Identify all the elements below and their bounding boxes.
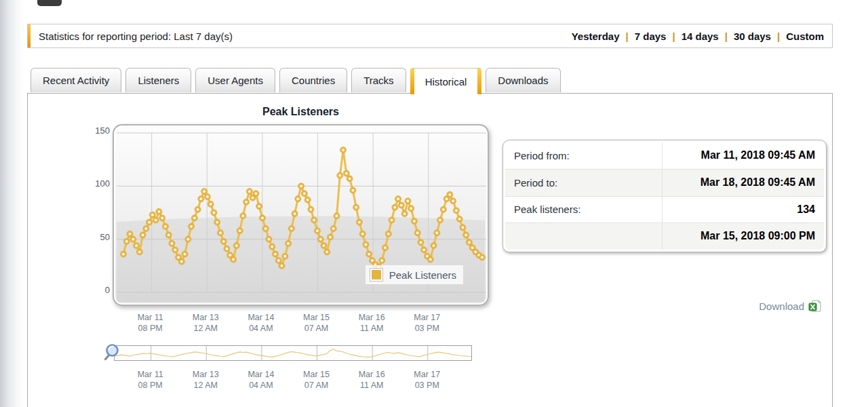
x-axis-tick: Mar 1312 AM	[193, 312, 219, 334]
tab-countries[interactable]: Countries	[279, 68, 347, 92]
x-axis-tick: Mar 1108 PM	[138, 312, 163, 334]
tab-recent-activity[interactable]: Recent Activity	[31, 68, 121, 92]
x-axis-labels: Mar 1108 PMMar 1312 AMMar 1404 AMMar 150…	[119, 312, 484, 335]
summary-row: Mar 15, 2018 09:00 PM	[505, 222, 824, 250]
summary-row-value: Mar 18, 2018 09:45 AM	[663, 170, 824, 196]
summary-row-label: Period from:	[505, 142, 663, 169]
x-axis-tick: Mar 1611 AM	[359, 312, 385, 334]
range-separator: |	[672, 31, 675, 42]
range-link-30-days[interactable]: 30 days	[734, 31, 771, 42]
range-link-yesterday[interactable]: Yesterday	[572, 31, 620, 42]
x-axis-tick: Mar 1611 AM	[359, 369, 385, 391]
summary-row-label	[505, 223, 663, 250]
summary-table-rows: Period from:Mar 11, 2018 09:45 AMPeriod …	[505, 142, 824, 250]
download-link[interactable]: Download	[759, 301, 804, 312]
tab-downloads[interactable]: Downloads	[486, 68, 560, 92]
peak-listeners-chart[interactable]: Peak Listeners	[113, 124, 489, 306]
tab-listeners[interactable]: Listeners	[125, 68, 191, 92]
x-axis-tick: Mar 1507 AM	[303, 369, 330, 391]
range-separator: |	[626, 31, 629, 42]
summary-row-value: Mar 15, 2018 09:00 PM	[663, 223, 824, 250]
tab-historical[interactable]: Historical	[410, 68, 482, 94]
navigator-plot[interactable]	[115, 346, 471, 360]
left-gradient-strip	[0, 0, 24, 407]
range-separator: |	[777, 31, 780, 42]
summary-row-label: Period to:	[505, 170, 663, 196]
summary-row-value: 134	[663, 197, 824, 223]
summary-row: Period to:Mar 18, 2018 09:45 AM	[505, 169, 824, 196]
top-nav-notch	[37, 0, 62, 6]
summary-row-value: Mar 11, 2018 09:45 AM	[663, 142, 824, 169]
x-axis-tick: Mar 1507 AM	[303, 312, 330, 334]
summary-table: Period from:Mar 11, 2018 09:45 AMPeriod …	[502, 140, 827, 252]
summary-row: Period from:Mar 11, 2018 09:45 AM	[505, 142, 824, 169]
summary-row-label: Peak listeners:	[505, 197, 663, 223]
legend-label: Peak Listeners	[389, 269, 456, 281]
tab-tracks[interactable]: Tracks	[351, 68, 406, 92]
summary-row: Peak listeners:134	[505, 196, 824, 223]
range-link-14-days[interactable]: 14 days	[682, 31, 719, 42]
x-axis-tick: Mar 1404 AM	[248, 312, 274, 334]
date-range-links: Yesterday|7 days|14 days|30 days|Custom	[572, 31, 832, 42]
navigator-x-axis-labels: Mar 1108 PMMar 1312 AMMar 1404 AMMar 150…	[119, 369, 484, 392]
x-axis-tick: Mar 1703 PM	[414, 369, 440, 391]
y-axis-tick: 100	[84, 178, 110, 189]
chart-title: Peak Listeners	[113, 106, 489, 118]
reporting-period-title: Statistics for reporting period: Last 7 …	[28, 31, 233, 42]
y-axis-tick: 150	[84, 125, 110, 136]
x-axis-tick: Mar 1404 AM	[248, 369, 274, 391]
statistics-header-bar: Statistics for reporting period: Last 7 …	[27, 24, 833, 48]
range-link-7-days[interactable]: 7 days	[635, 31, 667, 42]
tab-user-agents[interactable]: User Agents	[195, 68, 275, 92]
historical-tab-content: Peak Listeners Peak Listeners 150100500 …	[27, 93, 833, 407]
statistics-tab-bar: Recent ActivityListenersUser AgentsCount…	[31, 68, 565, 94]
range-link-custom[interactable]: Custom	[786, 31, 824, 42]
y-axis-tick: 0	[84, 285, 110, 295]
x-axis-tick: Mar 1312 AM	[193, 369, 219, 391]
magnifier-icon	[103, 343, 122, 363]
x-axis-tick: Mar 1108 PM	[138, 369, 163, 391]
legend-swatch-icon	[370, 268, 383, 282]
chart-range-navigator[interactable]	[114, 345, 472, 361]
x-axis-tick: Mar 1703 PM	[414, 312, 440, 334]
excel-icon[interactable]	[808, 299, 821, 313]
y-axis-tick: 50	[84, 232, 110, 242]
chart-legend: Peak Listeners	[366, 265, 463, 284]
range-separator: |	[725, 31, 728, 42]
download-row: Download	[502, 299, 821, 313]
